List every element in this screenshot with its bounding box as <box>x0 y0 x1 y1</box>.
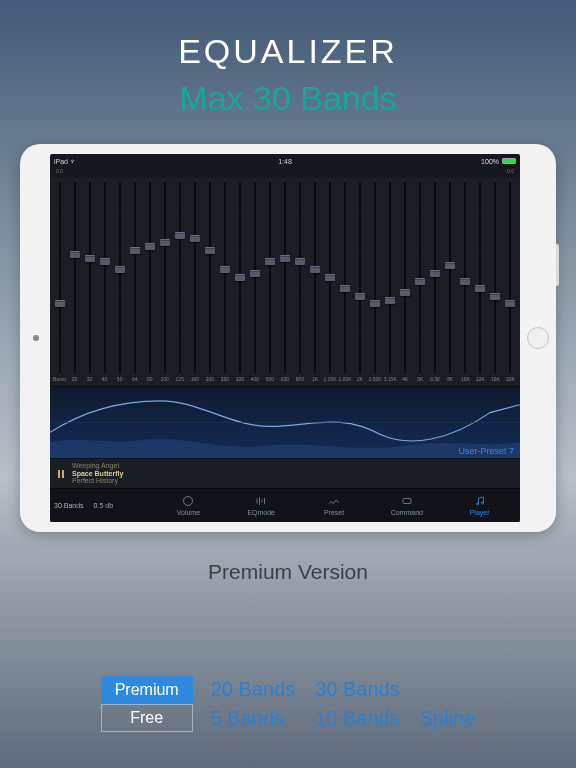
db-label <box>443 168 458 178</box>
band-slider[interactable]: 125 <box>172 182 187 384</box>
freq-label: 40 <box>102 376 108 384</box>
tier-free: Free <box>101 704 193 732</box>
tab-label: EQmode <box>247 509 275 516</box>
band-slider[interactable]: 25 <box>67 182 82 384</box>
freq-label: 125 <box>176 376 184 384</box>
freq-label: 160 <box>191 376 199 384</box>
bottom-toolbar: 30 Bands 0.5 db VolumeEQmodePresetComman… <box>50 488 520 522</box>
db-label <box>157 168 172 178</box>
band-slider[interactable]: 8K <box>443 182 458 384</box>
db-label <box>127 168 142 178</box>
band-slider[interactable]: 16K <box>488 182 503 384</box>
camera-dot <box>33 335 39 341</box>
db-label <box>277 168 292 178</box>
db-label <box>172 168 187 178</box>
tab-preset[interactable]: Preset <box>298 495 371 516</box>
freq-label: 200 <box>206 376 214 384</box>
db-label <box>368 168 383 178</box>
spectrum-panel[interactable]: User-Preset 7 <box>50 386 520 458</box>
band-slider[interactable]: 160 <box>187 182 202 384</box>
volume-rocker <box>556 244 559 286</box>
command-icon <box>401 495 413 507</box>
freq-label: 12K <box>476 376 485 384</box>
svg-point-3 <box>476 503 478 505</box>
track-title: Space Butterfly <box>72 470 123 478</box>
tab-volume[interactable]: Volume <box>152 495 225 516</box>
band-option: Spline <box>420 707 476 730</box>
band-slider[interactable]: 320 <box>232 182 247 384</box>
preset-icon <box>328 495 340 507</box>
freq-label: 100 <box>161 376 169 384</box>
band-slider[interactable]: 10K <box>458 182 473 384</box>
band-slider[interactable]: 800 <box>293 182 308 384</box>
db-label <box>428 168 443 178</box>
freq-label: 16K <box>491 376 500 384</box>
db-label <box>82 168 97 178</box>
freq-label: 6.3K <box>430 376 440 384</box>
band-slider[interactable]: 500 <box>262 182 277 384</box>
status-bar: iPad ᯤ 1:48 100% <box>50 154 520 168</box>
band-slider[interactable]: 20K <box>503 182 518 384</box>
db-label <box>262 168 277 178</box>
home-button[interactable] <box>527 327 549 349</box>
band-slider[interactable]: 100 <box>157 182 172 384</box>
freq-label: 1.25K <box>324 376 337 384</box>
preset-name[interactable]: User-Preset 7 <box>458 446 514 456</box>
db-label <box>383 168 398 178</box>
band-slider[interactable]: 250 <box>217 182 232 384</box>
band-slider[interactable]: 200 <box>202 182 217 384</box>
tab-eqmode[interactable]: EQmode <box>225 495 298 516</box>
band-slider[interactable]: 6.3K <box>428 182 443 384</box>
status-battery: 100% <box>481 158 516 165</box>
eqmode-icon <box>255 495 267 507</box>
band-slider[interactable]: 400 <box>247 182 262 384</box>
band-slider[interactable]: 1.25K <box>323 182 338 384</box>
tier-comparison: Premium Free 20 Bands30 Bands5 Bands10 B… <box>0 676 576 732</box>
db-label <box>232 168 247 178</box>
db-label: 0.0 <box>503 168 518 178</box>
band-slider[interactable]: 2K <box>353 182 368 384</box>
equalizer[interactable]: Boost25324050648010012516020025032040050… <box>50 178 520 386</box>
svg-point-1 <box>184 497 193 506</box>
tab-player[interactable]: Player <box>443 495 516 516</box>
freq-label: 4K <box>402 376 408 384</box>
freq-label: 80 <box>147 376 153 384</box>
band-slider[interactable]: 80 <box>142 182 157 384</box>
freq-label: 800 <box>296 376 304 384</box>
freq-label: 2K <box>357 376 363 384</box>
db-label <box>202 168 217 178</box>
band-slider[interactable]: 50 <box>112 182 127 384</box>
band-slider[interactable]: 12K <box>473 182 488 384</box>
freq-label: 500 <box>266 376 274 384</box>
band-slider[interactable]: 1.60K <box>338 182 353 384</box>
tab-command[interactable]: Command <box>370 495 443 516</box>
band-slider[interactable]: 32 <box>82 182 97 384</box>
tab-label: Volume <box>177 509 200 516</box>
db-label <box>488 168 503 178</box>
db-label <box>293 168 308 178</box>
caption: Premium Version <box>0 560 576 584</box>
band-option: 10 Bands <box>315 707 400 730</box>
band-slider[interactable]: 3.15K <box>383 182 398 384</box>
db-label: 0.0 <box>52 168 67 178</box>
band-slider[interactable]: 40 <box>97 182 112 384</box>
db-step[interactable]: 0.5 db <box>94 502 113 509</box>
page-subtitle: Max 30 Bands <box>0 79 576 118</box>
pause-icon[interactable] <box>56 469 66 479</box>
band-slider[interactable]: 1K <box>308 182 323 384</box>
boost-slider[interactable]: Boost <box>52 182 67 384</box>
band-slider[interactable]: 4K <box>398 182 413 384</box>
svg-point-4 <box>481 502 483 504</box>
freq-label: 50 <box>117 376 123 384</box>
band-option: 5 Bands <box>211 707 296 730</box>
band-slider[interactable]: 5K <box>413 182 428 384</box>
band-slider[interactable]: 630 <box>277 182 292 384</box>
db-label <box>308 168 323 178</box>
status-left: iPad ᯤ <box>54 158 77 165</box>
freq-label: 8K <box>447 376 453 384</box>
band-slider[interactable]: 64 <box>127 182 142 384</box>
band-slider[interactable]: 2.50K <box>368 182 383 384</box>
now-playing[interactable]: Weeping Angel Space Butterfly Perfect Hi… <box>50 458 520 488</box>
band-count[interactable]: 30 Bands <box>54 502 84 509</box>
track-album: Perfect History <box>72 477 123 485</box>
